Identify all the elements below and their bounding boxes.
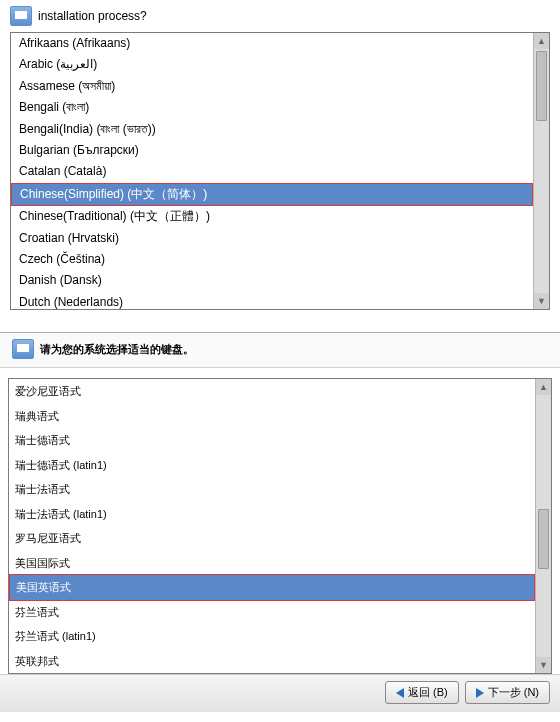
language-option[interactable]: Czech (Čeština) <box>11 249 533 270</box>
language-option[interactable]: Bulgarian (Български) <box>11 140 533 161</box>
keyboard-option[interactable]: 瑞士德语式 (latin1) <box>9 453 535 478</box>
language-listbox[interactable]: Afrikaans (Afrikaans)Arabic (العربية)Ass… <box>11 33 533 309</box>
keyboard-listbox-container: 爱沙尼亚语式瑞典语式瑞士德语式瑞士德语式 (latin1)瑞士法语式瑞士法语式 … <box>8 378 552 674</box>
scroll-down-icon[interactable]: ▼ <box>534 293 549 309</box>
scroll-down-icon[interactable]: ▼ <box>536 657 551 673</box>
language-listbox-container: Afrikaans (Afrikaans)Arabic (العربية)Ass… <box>10 32 550 310</box>
language-option[interactable]: Bengali (বাংলা) <box>11 97 533 118</box>
keyboard-option[interactable]: 美国英语式 <box>10 575 534 600</box>
scroll-up-icon[interactable]: ▲ <box>534 33 549 49</box>
keyboard-option[interactable]: 瑞士德语式 <box>9 428 535 453</box>
keyboard-option-highlight: 美国英语式 <box>9 574 535 601</box>
keyboard-header-text: 请为您的系统选择适当的键盘。 <box>40 342 194 357</box>
language-option[interactable]: Croatian (Hrvatski) <box>11 228 533 249</box>
scroll-thumb[interactable] <box>538 509 549 569</box>
language-option[interactable]: Dutch (Nederlands) <box>11 292 533 309</box>
language-option[interactable]: Chinese(Traditional) (中文（正體）) <box>11 206 533 227</box>
language-option[interactable]: Catalan (Català) <box>11 161 533 182</box>
scroll-thumb[interactable] <box>536 51 547 121</box>
keyboard-icon <box>12 339 34 359</box>
next-button-label: 下一步 (N) <box>488 685 539 700</box>
keyboard-option[interactable]: 英联邦式 <box>9 649 535 674</box>
language-option[interactable]: Danish (Dansk) <box>11 270 533 291</box>
keyboard-option[interactable]: 罗马尼亚语式 <box>9 526 535 551</box>
language-option[interactable]: Afrikaans (Afrikaans) <box>11 33 533 54</box>
language-header-text: installation process? <box>38 9 147 23</box>
installer-icon <box>10 6 32 26</box>
language-option[interactable]: Bengali(India) (বাংলা (ভারত)) <box>11 119 533 140</box>
panel-gap <box>0 310 560 332</box>
next-button[interactable]: 下一步 (N) <box>465 681 550 704</box>
keyboard-option[interactable]: 瑞士法语式 <box>9 477 535 502</box>
keyboard-option[interactable]: 爱沙尼亚语式 <box>9 379 535 404</box>
back-button[interactable]: 返回 (B) <box>385 681 459 704</box>
keyboard-scrollbar[interactable]: ▲ ▼ <box>535 379 551 673</box>
keyboard-option[interactable]: 芬兰语式 (latin1) <box>9 624 535 649</box>
keyboard-option[interactable]: 瑞典语式 <box>9 404 535 429</box>
scroll-up-icon[interactable]: ▲ <box>536 379 551 395</box>
language-panel: installation process? Afrikaans (Afrikaa… <box>0 0 560 310</box>
language-option[interactable]: Assamese (অসমীয়া) <box>11 76 533 97</box>
language-option[interactable]: Arabic (العربية) <box>11 54 533 75</box>
language-header-row: installation process? <box>10 6 550 26</box>
keyboard-panel: 请为您的系统选择适当的键盘。 爱沙尼亚语式瑞典语式瑞士德语式瑞士德语式 (lat… <box>0 332 560 712</box>
footer-bar: 返回 (B) 下一步 (N) <box>0 674 560 712</box>
arrow-right-icon <box>476 688 484 698</box>
language-scrollbar[interactable]: ▲ ▼ <box>533 33 549 309</box>
keyboard-header-row: 请为您的系统选择适当的键盘。 <box>0 332 560 368</box>
keyboard-option[interactable]: 瑞士法语式 (latin1) <box>9 502 535 527</box>
keyboard-listbox[interactable]: 爱沙尼亚语式瑞典语式瑞士德语式瑞士德语式 (latin1)瑞士法语式瑞士法语式 … <box>9 379 535 673</box>
keyboard-option[interactable]: 芬兰语式 <box>9 600 535 625</box>
keyboard-option[interactable]: 美国国际式 <box>9 551 535 576</box>
back-button-label: 返回 (B) <box>408 685 448 700</box>
language-option[interactable]: Chinese(Simplified) (中文（简体）) <box>11 183 533 206</box>
arrow-left-icon <box>396 688 404 698</box>
